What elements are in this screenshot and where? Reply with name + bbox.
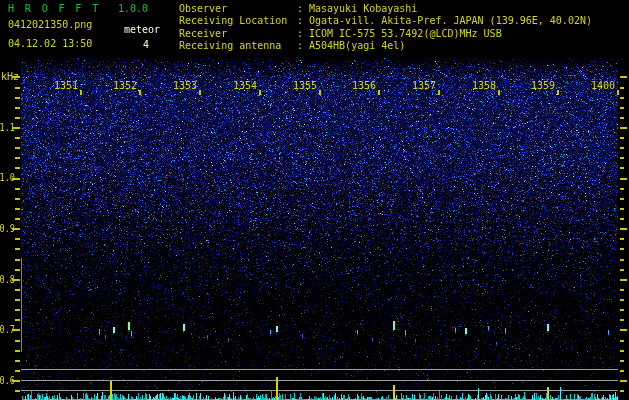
freq-tick-label: 1.0 xyxy=(0,172,14,183)
output-filename: 0412021350.png xyxy=(8,19,92,30)
info-label-location: Receiving Location xyxy=(179,15,287,26)
info-separator: : xyxy=(297,3,303,14)
freq-tick-label: 0.8 xyxy=(0,274,14,285)
time-tick-label: 1357 xyxy=(411,80,436,91)
freq-tick-label: 0.7 xyxy=(0,324,14,335)
info-value-observer: Masayuki Kobayashi xyxy=(309,3,417,14)
info-separator: : xyxy=(297,28,303,39)
info-value-antenna: A504HB(yagi 4el) xyxy=(309,40,405,51)
spectrogram-canvas xyxy=(0,0,629,400)
info-separator: : xyxy=(297,15,303,26)
info-label-observer: Observer xyxy=(179,3,227,14)
freq-tick-label: 0.6 xyxy=(0,375,14,386)
time-tick-label: 1355 xyxy=(292,80,317,91)
echo-count: 4 xyxy=(143,39,149,50)
observation-mode-label: meteor xyxy=(124,24,160,35)
time-tick-label: 1351 xyxy=(53,80,78,91)
hrofft-output-image: H R O F F T 1.0.0 0412021350.png meteor … xyxy=(0,0,629,400)
time-tick-label: 1358 xyxy=(471,80,496,91)
info-value-location: Ogata-vill. Akita-Pref. JAPAN (139.96E, … xyxy=(309,15,592,26)
time-tick-label: 1352 xyxy=(112,80,137,91)
time-tick-label: 1359 xyxy=(530,80,555,91)
time-tick-label: 1400 xyxy=(590,80,615,91)
observation-datetime: 04.12.02 13:50 xyxy=(8,38,92,49)
app-version: 1.0.0 xyxy=(118,3,148,14)
time-tick-label: 1356 xyxy=(351,80,376,91)
khz-unit-label: kHz xyxy=(1,71,19,82)
info-value-receiver: ICOM IC-575 53.7492(@LCD)MHz USB xyxy=(309,28,502,39)
info-label-antenna: Receiving antenna xyxy=(179,40,281,51)
time-tick-label: 1354 xyxy=(232,80,257,91)
info-separator: : xyxy=(297,40,303,51)
freq-tick-label: 0.9 xyxy=(0,223,14,234)
app-title: H R O F F T xyxy=(8,3,101,14)
time-tick-label: 1353 xyxy=(172,80,197,91)
info-label-receiver: Receiver xyxy=(179,28,227,39)
freq-tick-label: 1.1 xyxy=(0,122,14,133)
